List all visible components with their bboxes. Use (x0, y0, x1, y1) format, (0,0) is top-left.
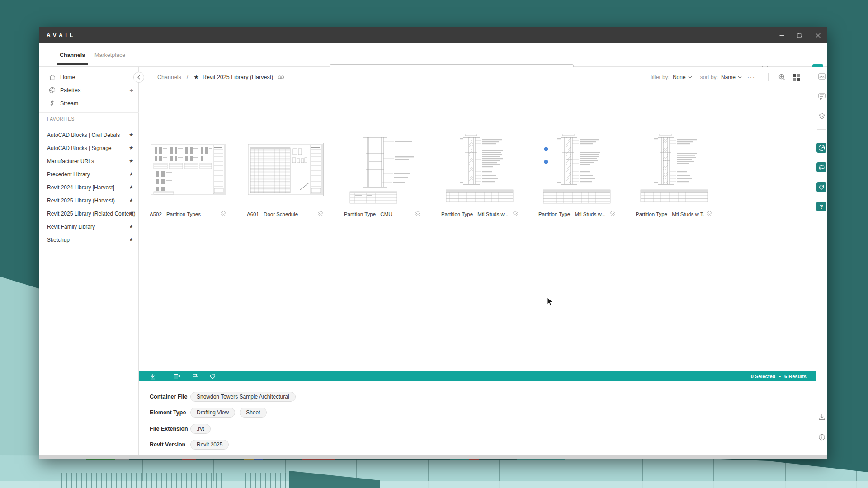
stack-icon[interactable] (318, 211, 324, 217)
tab-channels[interactable]: Channels (60, 43, 85, 66)
metadata-row: Element Type Drafting View Sheet (150, 407, 271, 418)
plugins-button[interactable] (816, 143, 826, 153)
favorite-label: Precedent Library (47, 171, 90, 178)
sidebar-item-palettes[interactable]: Palettes + (39, 84, 139, 97)
metadata-label: Container File (150, 394, 190, 400)
metadata-row: File Extension .rvt (150, 423, 215, 434)
downloads-button[interactable] (818, 414, 825, 420)
sidebar-item-label: Home (60, 74, 75, 80)
favorite-item[interactable]: Revit 2025 Library (Harvest) ★ (39, 194, 139, 207)
star-icon[interactable]: ★ (129, 132, 133, 138)
stack-icon[interactable] (221, 211, 226, 217)
help-panel-button[interactable]: ? (816, 202, 826, 211)
favorite-item[interactable]: AutoCAD Blocks | Signage ★ (39, 141, 139, 155)
info-icon (818, 434, 825, 441)
flag-button[interactable] (192, 373, 198, 380)
versions-pane-button[interactable] (818, 113, 826, 120)
chevron-down-icon[interactable] (738, 76, 742, 79)
info-button[interactable] (818, 434, 825, 441)
asset-card[interactable]: A502 - Partition Types (150, 130, 226, 225)
favorite-item[interactable]: Precedent Library ★ (39, 168, 139, 181)
favorite-label: Sketchup (47, 237, 70, 243)
zoom-in-icon (778, 74, 786, 81)
export-list-button[interactable] (173, 373, 180, 379)
star-icon[interactable]: ★ (129, 237, 133, 243)
window-titlebar[interactable]: AVAIL (39, 27, 827, 43)
add-palette-button[interactable]: + (129, 86, 133, 94)
layers-icon (818, 113, 826, 120)
image-icon (818, 73, 826, 80)
metadata-chip[interactable]: Revit 2025 (190, 440, 229, 450)
question-icon: ? (820, 203, 823, 210)
stream-icon (48, 100, 56, 107)
favorite-item[interactable]: Revit Family Library ★ (39, 220, 139, 233)
sidebar-item-stream[interactable]: Stream (39, 97, 139, 110)
sort-by-value[interactable]: Name (721, 74, 736, 80)
breadcrumb-separator: / (187, 74, 188, 80)
asset-thumbnail (346, 132, 419, 207)
download-button[interactable] (150, 373, 156, 380)
star-icon[interactable]: ★ (129, 211, 133, 216)
metadata-chip[interactable]: .rvt (190, 424, 211, 434)
favorite-label: AutoCAD Blocks | Civil Details (47, 132, 120, 138)
stack-icon[interactable] (415, 211, 421, 217)
favorite-item[interactable]: Revit 2024 Library [Harvest] ★ (39, 181, 139, 194)
metadata-chip[interactable]: Sheet (240, 408, 266, 418)
star-icon[interactable]: ★ (129, 145, 133, 151)
star-icon[interactable]: ★ (129, 197, 133, 203)
sidebar: Home Palettes + Stream FAVORITES AutoC (39, 67, 139, 455)
star-icon[interactable]: ★ (193, 74, 199, 80)
sidebar-item-label: Palettes (60, 87, 80, 94)
restore-button[interactable] (791, 27, 809, 43)
wrench-circle-icon (818, 145, 825, 151)
tab-marketplace[interactable]: Marketplace (94, 43, 125, 66)
asset-thumbnail (541, 132, 613, 207)
favorite-label: Revit 2025 Library (Related Content) (47, 211, 135, 217)
sidebar-item-home[interactable]: Home (39, 70, 139, 84)
preview-pane-button[interactable] (818, 73, 826, 80)
grid-view-button[interactable] (793, 74, 800, 81)
stack-icon[interactable] (512, 211, 518, 217)
minimize-button[interactable] (773, 27, 791, 43)
rail-divider (817, 129, 826, 130)
tags-button[interactable] (816, 182, 826, 192)
filter-by-label: filter by: (651, 74, 670, 80)
favorite-item[interactable]: Revit 2025 Library (Related Content) ★ (39, 207, 139, 220)
asset-card[interactable]: Partition Type - Mtl Studs w... (441, 130, 518, 225)
back-button[interactable] (133, 72, 144, 83)
star-icon[interactable]: ★ (129, 184, 133, 190)
tab-marketplace-label: Marketplace (94, 52, 125, 58)
copy-link-button[interactable] (278, 75, 284, 80)
chevron-down-icon[interactable] (688, 76, 692, 79)
star-icon[interactable]: ★ (129, 171, 133, 177)
favorite-item[interactable]: AutoCAD Blocks | Civil Details ★ (39, 128, 139, 141)
stack-icon[interactable] (707, 211, 712, 217)
more-options-button[interactable]: ··· (747, 74, 755, 80)
metadata-panel: Container File Snowdon Towers Sample Arc… (139, 381, 816, 455)
palette-sender-button[interactable] (816, 162, 826, 172)
metadata-chip[interactable]: Drafting View (190, 408, 235, 418)
filter-by-value[interactable]: None (673, 74, 686, 80)
asset-card[interactable]: A601 - Door Schedule (247, 130, 324, 225)
asset-card[interactable]: Partition Type - Mtl Studs w... (538, 130, 615, 225)
metadata-label: File Extension (150, 426, 190, 432)
asset-card[interactable]: Partition Type - Mtl Studs w T... (636, 130, 712, 225)
comments-pane-button[interactable] (818, 93, 826, 100)
grid-view-icon (793, 74, 800, 81)
breadcrumb-channels[interactable]: Channels (157, 74, 181, 80)
breadcrumb: Channels / ★ Revit 2025 Library (Harvest… (157, 74, 284, 80)
close-button[interactable] (809, 27, 827, 43)
favorite-item[interactable]: Sketchup ★ (39, 233, 139, 246)
zoom-thumbnails-button[interactable] (778, 74, 786, 81)
metadata-chip[interactable]: Snowdon Towers Sample Architectural (190, 392, 296, 402)
selection-status: 0 Selected • 6 Results (751, 374, 807, 379)
star-icon[interactable]: ★ (129, 224, 133, 230)
close-icon (816, 33, 821, 38)
selected-count: 0 Selected (751, 374, 775, 379)
stack-icon[interactable] (609, 211, 615, 217)
star-icon[interactable]: ★ (129, 158, 133, 164)
favorite-item[interactable]: Manufacturer URLs ★ (39, 155, 139, 168)
asset-title: Partition Type - Mtl Studs w... (441, 211, 510, 217)
asset-card[interactable]: Partition Type - CMU (344, 130, 421, 225)
tag-button[interactable] (209, 373, 216, 380)
